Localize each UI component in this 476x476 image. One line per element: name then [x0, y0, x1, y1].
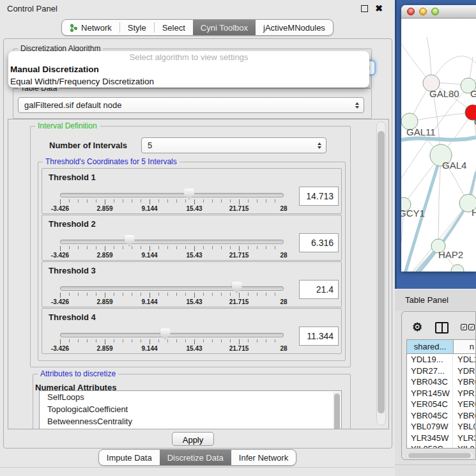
table-row[interactable]: YDR27... YDR2	[407, 365, 475, 377]
tab-style[interactable]: Style	[120, 20, 154, 35]
table-row[interactable]: YDL19... YDL1	[407, 354, 475, 365]
slider-thumb[interactable]	[184, 188, 194, 200]
window-buttons: ✖	[361, 5, 388, 12]
slider-scale: -3.426 2.859 9.144 15.43 21.715 28	[60, 298, 284, 306]
threshold-3-label: Threshold 3	[49, 266, 96, 275]
column-header-name[interactable]: n	[454, 340, 475, 353]
threshold-1-slider[interactable]: -3.426 2.859 9.144 15.43 21.715 28	[58, 189, 286, 212]
settings-scrollpane: Interval Definition Number of Intervals …	[8, 119, 389, 429]
zoom-traffic-light-icon[interactable]	[431, 8, 439, 15]
table-panel-title: Table Panel	[395, 295, 449, 305]
horizontal-scrollbar[interactable]	[406, 452, 474, 459]
slider-thumb[interactable]	[160, 328, 171, 340]
table-row[interactable]: YIL052C YIL0	[407, 443, 475, 449]
table-panel: ⚙ shared... n YDL19... YDL1 YDR27... YDR…	[401, 311, 476, 460]
network-window-titlebar[interactable]	[401, 5, 476, 19]
tab-infer-network[interactable]: Infer Network	[231, 450, 296, 465]
tab-select[interactable]: Select	[155, 20, 193, 35]
network-view-frame: GAL80 GA C GAL11 GAL4 GCY1 H HAP2	[395, 0, 476, 289]
algorithm-dropdown-popup: Select algorithm to view settings Manual…	[8, 51, 369, 88]
network-canvas[interactable]: GAL80 GA C GAL11 GAL4 GCY1 H HAP2	[401, 19, 476, 272]
node-label-gal4: GAL4	[442, 160, 466, 171]
threshold-2-label: Threshold 2	[49, 219, 96, 229]
table-panel-titlebar: Table Panel	[395, 289, 476, 311]
control-panel: Control Panel ✖ Network	[0, 0, 395, 476]
attributes-group-title: Attributes to discretize	[38, 369, 118, 379]
table-row[interactable]: YLR345W YLR3	[407, 433, 475, 444]
tab-network[interactable]: Network	[62, 20, 119, 35]
threshold-1-value-field[interactable]: 14.713	[299, 187, 339, 206]
threshold-3-box: Threshold 3 -3.426 2.859 9.144 15.43 21.…	[42, 261, 342, 307]
threshold-2-box: Threshold 2 -3.426 2.859 9.144 15.43 21.…	[42, 215, 342, 261]
control-panel-titlebar: Control Panel ✖	[0, 0, 395, 17]
slider-scale: -3.426 2.859 9.144 15.43 21.715 28	[60, 252, 284, 259]
node-label-gal80: GAL80	[429, 88, 459, 99]
table-data-selected: galFiltered.sif default node	[19, 100, 121, 110]
minimize-traffic-light-icon[interactable]	[419, 8, 427, 15]
threshold-1-label: Threshold 1	[49, 173, 96, 182]
node-label-partial: GA	[470, 88, 476, 99]
table-row[interactable]: YER054C YER0	[407, 399, 475, 410]
number-of-intervals-value: 5	[142, 141, 152, 150]
checkbox-icon[interactable]	[461, 324, 467, 330]
checkbox-icon[interactable]	[468, 324, 475, 330]
screen: Control Panel ✖ Network	[0, 0, 476, 476]
apply-button[interactable]: Apply	[172, 432, 214, 446]
network-icon	[70, 24, 78, 32]
pane-scrollbar[interactable]	[376, 121, 386, 426]
list-item[interactable]: SelfLoops	[40, 391, 341, 403]
threshold-3-value-field[interactable]: 21.4	[299, 280, 339, 299]
table-toolbar: ⚙	[402, 319, 476, 335]
column-header-shared-name[interactable]: shared...	[407, 340, 454, 353]
threshold-4-value-field[interactable]: 11.344	[299, 326, 339, 346]
number-of-intervals-combobox[interactable]: 5	[141, 137, 326, 153]
table-header-row: shared... n	[407, 340, 475, 354]
list-scrollbar[interactable]	[333, 392, 341, 429]
tab-cyni-toolbox[interactable]: Cyni Toolbox	[193, 20, 256, 35]
table-row[interactable]: YBR043C YBR0	[407, 376, 475, 388]
table-data-combobox[interactable]: galFiltered.sif default node	[18, 97, 364, 113]
node-label-gal11: GAL11	[406, 127, 436, 137]
threshold-2-value-field[interactable]: 6.316	[299, 233, 339, 252]
divider	[395, 464, 476, 465]
close-traffic-light-icon[interactable]	[407, 8, 415, 15]
combobox-arrows-icon	[318, 142, 321, 149]
pane-scrollbar-thumb[interactable]	[378, 131, 385, 413]
table-row[interactable]: YPR145W YPR1	[407, 388, 475, 399]
slider-thumb[interactable]	[125, 235, 135, 247]
dropdown-option-equal-width[interactable]: Equal Width/Frequency Discretization	[8, 75, 369, 88]
list-item[interactable]: TopologicalCoefficient	[40, 403, 341, 415]
split-columns-icon[interactable]	[435, 322, 449, 334]
horizontal-scrollbar-thumb[interactable]	[408, 453, 471, 458]
threshold-3-slider[interactable]: -3.426 2.859 9.144 15.43 21.715 28	[58, 282, 286, 305]
top-tab-bar: Network Style Select Cyni Toolbox jActiv…	[0, 19, 395, 36]
threshold-4-slider[interactable]: -3.426 2.859 9.144 15.43 21.715 28	[58, 329, 286, 352]
divider	[0, 467, 395, 468]
right-column: GAL80 GA C GAL11 GAL4 GCY1 H HAP2 Table …	[395, 0, 476, 476]
thresholds-group-title: Threshold's Coordinates for 5 Intervals	[43, 157, 180, 167]
slider-scale: -3.426 2.859 9.144 15.43 21.715 28	[60, 345, 284, 353]
slider-scale: -3.426 2.859 9.144 15.43 21.715 28	[60, 205, 284, 213]
tab-jactivemnodules[interactable]: jActiveMNodules	[256, 20, 333, 35]
slider-thumb[interactable]	[232, 282, 242, 293]
combobox-arrows-icon	[355, 102, 359, 109]
threshold-2-slider[interactable]: -3.426 2.859 9.144 15.43 21.715 28	[58, 236, 286, 259]
list-item[interactable]: BetweennessCentrality	[40, 415, 341, 427]
table-row[interactable]: YBL079W YBL0	[407, 421, 475, 433]
threshold-1-box: Threshold 1 -3.426 2.859 9.144 15.43 21.…	[42, 168, 342, 214]
tab-impute-data[interactable]: Impute Data	[99, 450, 160, 465]
node-table: shared... n YDL19... YDL1 YDR27... YDR2 …	[406, 339, 476, 449]
gear-icon[interactable]: ⚙	[412, 319, 422, 335]
panel-title: Control Panel	[7, 4, 58, 13]
node-label-gcy1: GCY1	[401, 208, 425, 219]
float-window-icon[interactable]	[361, 5, 368, 12]
node-label-hap2: HAP2	[438, 249, 463, 260]
bottom-tab-bar: Impute Data Discretize Data Infer Networ…	[0, 449, 395, 466]
close-icon[interactable]: ✖	[375, 5, 383, 12]
network-window: GAL80 GA C GAL11 GAL4 GCY1 H HAP2	[401, 5, 476, 272]
interval-definition-title: Interval Definition	[35, 121, 100, 131]
tab-discretize-data[interactable]: Discretize Data	[160, 450, 231, 465]
table-row[interactable]: YBR045C YBR0	[407, 410, 475, 422]
numerical-attributes-list: SelfLoops TopologicalCoefficient Between…	[39, 390, 342, 429]
dropdown-option-manual[interactable]: Manual Discretization	[8, 63, 369, 75]
